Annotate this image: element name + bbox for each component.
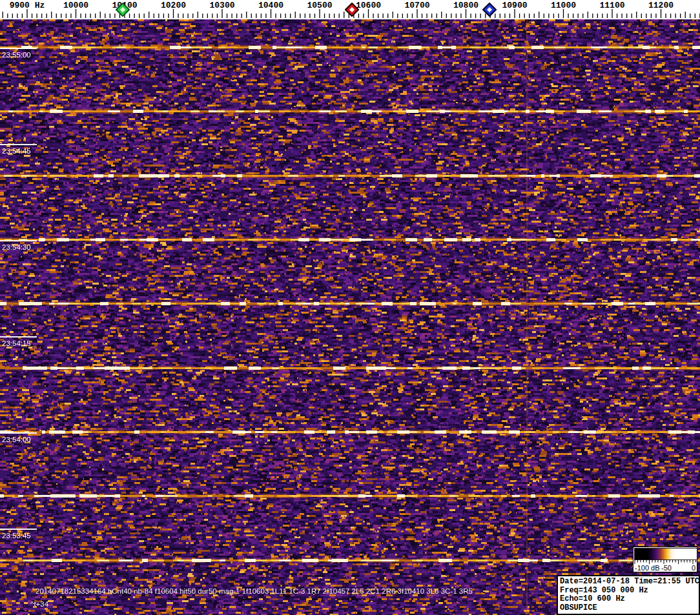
freq-label: 9900 Hz	[10, 1, 45, 10]
blue-diamond-marker[interactable]	[482, 3, 497, 17]
info-date-time: Date=2014-07-18 Time=21:55 UTC	[560, 578, 699, 587]
freq-label: 10000	[63, 1, 88, 10]
freq-label: 10600	[356, 1, 381, 10]
waterfall-canvas[interactable]	[0, 19, 700, 615]
detection-annotation: 20140718215334164 hCnt40 nb-84 f10604 hi…	[36, 587, 473, 595]
colorbar: -100 dB -50 0	[633, 547, 697, 572]
time-tick	[0, 144, 37, 145]
time-label: 23:54:30	[2, 243, 31, 251]
info-station: OBSUPICE	[560, 604, 699, 613]
freq-label: 11000	[551, 1, 576, 10]
info-echo: Echo=10 600 Hz	[560, 595, 699, 604]
freq-label: 10200	[161, 1, 186, 10]
freq-label: 10500	[307, 1, 332, 10]
green-diamond-marker[interactable]	[116, 3, 130, 17]
frequency-ruler[interactable]: 9900 Hz100001010010200103001040010500106…	[0, 0, 700, 19]
time-label: 23:54:45	[2, 147, 31, 155]
freq-label: 10900	[502, 1, 527, 10]
freq-label: 11100	[599, 1, 624, 10]
time-tick	[0, 432, 37, 434]
colorbar-gradient	[634, 548, 697, 560]
info-frequency: Freq=143 050 000 Hz	[560, 587, 699, 596]
annotation-cursor-line: ^t+34	[30, 600, 48, 608]
time-label: 23:54:15	[2, 339, 31, 347]
freq-label: 10300	[209, 1, 234, 10]
freq-label: 11200	[648, 1, 674, 10]
time-label: 23:55:00	[2, 51, 31, 59]
time-label: 23:53:45	[2, 532, 31, 539]
red-diamond-marker[interactable]	[345, 3, 359, 17]
colorbar-label-mid: -50	[661, 564, 672, 572]
colorbar-label-min: -100 dB	[635, 564, 660, 572]
observation-info-box: Date=2014-07-18 Time=21:55 UTC Freq=143 …	[557, 575, 700, 615]
time-tick	[0, 240, 37, 241]
spectrogram-display: 9900 Hz100001010010200103001040010500106…	[0, 0, 700, 615]
colorbar-labels: -100 dB -50 0	[634, 564, 696, 572]
freq-label: 10800	[453, 1, 479, 10]
time-tick	[0, 336, 37, 338]
freq-label: 10700	[404, 1, 429, 10]
colorbar-label-max: 0	[692, 564, 695, 572]
time-label: 23:54:00	[2, 436, 31, 443]
time-tick	[0, 48, 37, 49]
time-tick	[0, 529, 37, 530]
freq-label: 10400	[258, 1, 283, 10]
